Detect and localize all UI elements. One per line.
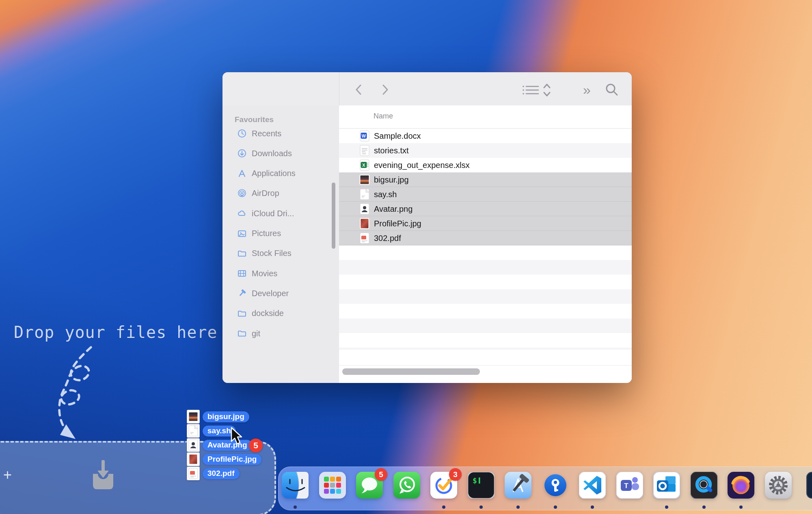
sidebar-item-downloads[interactable]: Downloads [228, 144, 333, 162]
portrait-image-icon [187, 452, 200, 466]
sidebar-item-movies[interactable]: Movies [228, 265, 333, 282]
dock-item-teams[interactable]: T [616, 472, 643, 499]
dock-item-finder[interactable] [282, 472, 309, 499]
window-titlebar[interactable] [222, 72, 632, 105]
running-indicator-outlook [665, 505, 668, 509]
sidebar-item-recents[interactable]: Recents [228, 125, 333, 142]
dock-item-quicktime[interactable] [691, 472, 717, 499]
drag-item-say-sh[interactable]: say.sh [187, 424, 236, 438]
sidebar-item-label: iCloud Dri... [252, 209, 294, 218]
file-row-avatar-png[interactable]: Avatar.png [339, 202, 632, 216]
pictures-icon [237, 229, 247, 239]
sidebar-section-label: Favourites [235, 115, 274, 124]
dock-item-vscode[interactable] [579, 472, 606, 499]
dock-item-partial-app-icon[interactable] [806, 472, 812, 499]
word-file-icon: W [359, 130, 370, 142]
folder-icon [237, 329, 247, 338]
drag-item-profilepic-jpg[interactable]: ProfilePic.jpg [187, 452, 261, 466]
dock-item-whatsapp[interactable] [393, 472, 420, 499]
tray-arrow-down-icon [91, 458, 115, 491]
file-name: evening_out_expense.xlsx [374, 161, 470, 170]
dock-item-settings[interactable] [765, 472, 792, 499]
file-list-pane: Name WSample.docxTXTstories.txtXevening_… [339, 105, 632, 383]
sidebar-item-developer[interactable]: Developer [228, 284, 333, 302]
file-row-profilepic-jpg[interactable]: ProfilePic.jpg [339, 216, 632, 231]
folder-icon [237, 309, 247, 318]
file-row-say-sh[interactable]: say.sh [339, 187, 632, 202]
sort-control up-down-chevrons-icon[interactable] [542, 83, 551, 97]
dock-item-launchpad[interactable] [319, 472, 346, 499]
file-row-evening-out-expense-xlsx[interactable]: Xevening_out_expense.xlsx [339, 158, 632, 172]
sidebar-item-label: Recents [252, 129, 281, 138]
pdf-file-icon [359, 232, 370, 244]
more-toolbar-items-button[interactable]: » [583, 82, 591, 98]
dock-item-xcode[interactable] [505, 472, 531, 499]
airdrop-icon [237, 189, 247, 198]
running-indicator-xcode [516, 505, 520, 509]
applications-icon [237, 169, 247, 179]
folder-icon [237, 249, 247, 258]
sidebar-scrollbar[interactable] [332, 183, 335, 249]
forward-button chevron-right-icon[interactable] [380, 84, 391, 96]
sidebar-item-airdrop[interactable]: AirDrop [228, 185, 333, 202]
svg-text:TXT: TXT [362, 153, 366, 155]
drag-item-bigsur-jpg[interactable]: bigsur.jpg [187, 410, 249, 424]
sidebar-item-pictures[interactable]: Pictures [228, 225, 333, 243]
svg-text:X: X [362, 163, 365, 168]
drag-item-302-pdf[interactable]: 302.pdf [187, 467, 240, 480]
dock-item-firefox[interactable] [728, 472, 754, 499]
image-sunset-icon [359, 174, 370, 185]
horizontal-scrollbar[interactable] [342, 368, 480, 375]
text-file-icon: TXT [359, 145, 370, 156]
file-name: 302.pdf [374, 234, 401, 243]
column-header-name[interactable]: Name [374, 112, 393, 120]
sidebar-item-label: Stock Files [252, 249, 292, 258]
file-name: ProfilePic.jpg [374, 219, 421, 228]
excel-file-icon: X [359, 159, 370, 171]
running-indicator-finder [294, 505, 297, 509]
svg-text:W: W [362, 133, 366, 138]
sidebar-item-git[interactable]: git [228, 325, 333, 342]
sidebar-item-applications[interactable]: Applications [228, 165, 333, 183]
drag-count-badge: 5 [249, 439, 263, 452]
movies-icon [237, 269, 247, 278]
sidebar-item-label: Applications [252, 169, 296, 178]
file-name: Sample.docx [374, 131, 421, 141]
sidebar-item-icloud-dri[interactable]: iCloud Dri... [228, 204, 333, 222]
sidebar-item-label: Developer [252, 289, 289, 298]
script-file-icon [187, 424, 200, 438]
drag-label: bigsur.jpg [203, 411, 249, 422]
file-name: say.sh [374, 190, 397, 199]
drop-hint-text: Drop your files here [14, 323, 218, 342]
clock-icon [237, 129, 247, 138]
download-circle-icon [237, 148, 247, 158]
svg-text:T: T [624, 482, 628, 490]
dock-item-terminal[interactable]: $ [468, 472, 495, 499]
file-name: bigsur.jpg [374, 175, 409, 185]
desktop: Drop your files here + Important Docs [0, 0, 812, 514]
dock-item-outlook[interactable] [653, 472, 680, 499]
running-indicator-tasks [442, 505, 445, 509]
drag-label: 302.pdf [203, 468, 240, 479]
file-row-stories-txt[interactable]: TXTstories.txt [339, 143, 632, 158]
file-row-sample-docx[interactable]: WSample.docx [339, 129, 632, 143]
pdf-file-icon [187, 467, 200, 480]
mouse-cursor arrow-cursor-icon [230, 427, 244, 445]
search-icon[interactable] [605, 83, 619, 97]
plus-indicator: + [3, 467, 12, 484]
drag-label: Avatar.png [203, 440, 252, 451]
sidebar-item-stock-files[interactable]: Stock Files [228, 245, 333, 262]
sidebar-item-dockside[interactable]: dockside [228, 305, 333, 323]
list-view-icon[interactable] [522, 84, 540, 96]
dock-item-passwords[interactable] [542, 472, 569, 499]
running-indicator-vscode [591, 505, 594, 509]
file-row-302-pdf[interactable]: 302.pdf [339, 231, 632, 245]
drag-label: ProfilePic.jpg [203, 454, 261, 465]
script-file-icon [359, 189, 370, 200]
sidebar-item-label: git [252, 329, 260, 338]
running-indicator-passwords [554, 505, 557, 509]
back-button chevron-left-icon[interactable] [353, 84, 364, 96]
cloud-icon [237, 209, 247, 218]
file-name: stories.txt [374, 146, 409, 155]
file-row-bigsur-jpg[interactable]: bigsur.jpg [339, 172, 632, 187]
